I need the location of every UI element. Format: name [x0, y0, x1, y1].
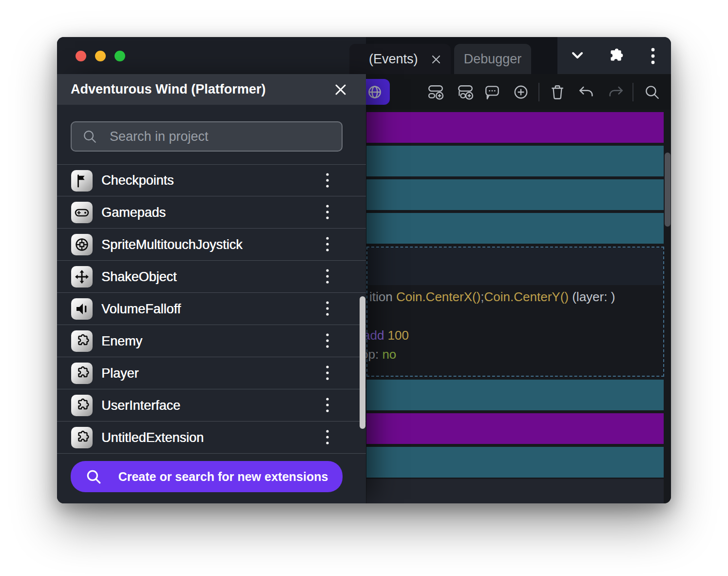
selected-event-condition-area	[367, 248, 663, 285]
traffic-minimize-button[interactable]	[95, 51, 106, 61]
window-controls-panel	[557, 37, 671, 74]
create-extension-button[interactable]: Create or search for new extensions	[71, 461, 343, 492]
toolbar-search-icon[interactable]	[644, 84, 660, 100]
search-input[interactable]: Search in project	[71, 121, 343, 152]
list-item[interactable]: Player	[57, 357, 366, 389]
item-label: Checkpoints	[101, 173, 174, 188]
code-value: 100	[388, 328, 409, 343]
item-menu-kebab[interactable]	[317, 202, 338, 223]
modal-title: Adventurous Wind (Platformer)	[71, 82, 266, 97]
event-row[interactable]	[366, 213, 664, 244]
undo-icon[interactable]	[577, 84, 594, 100]
item-label: UntitledExtension	[101, 430, 204, 445]
trash-icon[interactable]	[549, 84, 566, 100]
event-action-line: ition Coin.CenterX();Coin.CenterY() (lay…	[369, 289, 615, 305]
puzzle-icon	[71, 363, 93, 384]
tab-debugger[interactable]: Debugger	[454, 44, 531, 74]
chevron-down-icon[interactable]	[570, 50, 585, 61]
item-menu-kebab[interactable]	[317, 427, 338, 448]
cta-search-icon	[85, 468, 102, 485]
event-row[interactable]	[366, 179, 664, 210]
search-icon	[82, 129, 97, 144]
titlebar	[57, 37, 366, 74]
events-sheet: ition Coin.CenterX();Coin.CenterY() (lay…	[366, 110, 671, 503]
code-expression: Coin.CenterY()	[484, 289, 569, 304]
traffic-zoom-button[interactable]	[115, 51, 125, 61]
item-label: Gamepads	[101, 205, 166, 220]
app-window: (Events) Debugger	[57, 37, 671, 503]
joystick-icon	[71, 234, 93, 255]
puzzle-icon	[71, 330, 93, 352]
code-verb: add	[363, 328, 388, 343]
add-subevent-icon[interactable]	[457, 84, 474, 100]
list-item[interactable]: UserInterface	[57, 389, 366, 422]
add-comment-icon[interactable]	[484, 84, 500, 100]
search-placeholder: Search in project	[110, 129, 209, 144]
item-label: Enemy	[101, 333, 142, 348]
item-menu-kebab[interactable]	[317, 299, 338, 319]
event-row[interactable]	[366, 447, 664, 478]
list-item[interactable]: UntitledExtension	[57, 422, 366, 454]
event-row[interactable]	[366, 413, 664, 444]
item-menu-kebab[interactable]	[317, 171, 338, 191]
add-circle-icon[interactable]	[513, 84, 529, 100]
tab-close-icon[interactable]	[431, 55, 441, 64]
item-menu-kebab[interactable]	[317, 267, 338, 287]
list-item[interactable]: Checkpoints	[57, 164, 366, 196]
extensions-list: Checkpoints Gamepads SpriteMultitouchJoy	[57, 164, 366, 454]
item-label: UserInterface	[101, 398, 180, 413]
move-arrows-icon	[71, 266, 93, 288]
project-manager-panel: Adventurous Wind (Platformer) Search in …	[57, 74, 366, 503]
tab-events-label: (Events)	[369, 52, 418, 67]
modal-close-icon[interactable]	[333, 82, 348, 97]
gamepad-icon	[71, 202, 93, 223]
puzzle-icon	[71, 427, 93, 448]
code-separator: ;	[480, 289, 484, 304]
toolbar-divider	[538, 83, 539, 101]
code-layer: (layer: )	[569, 289, 615, 304]
event-row[interactable]	[366, 146, 664, 176]
list-item[interactable]: ShakeObject	[57, 261, 366, 293]
traffic-close-button[interactable]	[76, 51, 86, 61]
events-toolbar	[366, 74, 671, 110]
puzzle-icon	[71, 395, 93, 416]
modal-header: Adventurous Wind (Platformer)	[57, 74, 366, 105]
item-label: SpriteMultitouchJoystick	[101, 237, 243, 252]
events-scrollbar[interactable]	[665, 153, 671, 227]
add-event-icon[interactable]	[427, 84, 444, 100]
event-row[interactable]	[366, 112, 664, 143]
item-menu-kebab[interactable]	[317, 363, 338, 384]
event-row[interactable]	[366, 380, 664, 410]
modal-scrollbar[interactable]	[360, 296, 365, 429]
item-menu-kebab[interactable]	[317, 331, 338, 351]
list-item[interactable]: SpriteMultitouchJoystick	[57, 229, 366, 261]
event-action-line: add 100	[363, 328, 409, 343]
item-label: VolumeFalloff	[101, 301, 181, 316]
event-action-line: op: no	[361, 347, 396, 362]
event-row[interactable]	[366, 479, 664, 503]
list-item[interactable]: Gamepads	[57, 196, 366, 229]
list-item[interactable]: Enemy	[57, 325, 366, 357]
item-label: Player	[101, 365, 139, 381]
speaker-icon	[71, 298, 93, 320]
code-flag: no	[382, 347, 396, 362]
code-expression: Coin.CenterX()	[396, 289, 480, 304]
redo-icon[interactable]	[608, 84, 625, 100]
list-item[interactable]: VolumeFalloff	[57, 293, 366, 325]
toolbar-divider	[632, 83, 633, 101]
kebab-menu-icon[interactable]	[650, 47, 656, 65]
code-fragment: ition	[369, 289, 396, 304]
selected-event-block[interactable]: ition Coin.CenterX();Coin.CenterY() (lay…	[366, 247, 664, 377]
item-menu-kebab[interactable]	[317, 234, 338, 255]
extensions-puzzle-icon[interactable]	[607, 48, 624, 64]
cta-label: Create or search for new extensions	[118, 470, 328, 484]
tab-debugger-label: Debugger	[464, 52, 522, 67]
scene-globe-icon	[366, 84, 383, 100]
tab-events[interactable]: (Events)	[349, 44, 451, 74]
item-label: ShakeObject	[101, 269, 177, 284]
flag-icon	[71, 170, 93, 192]
item-menu-kebab[interactable]	[317, 395, 338, 416]
